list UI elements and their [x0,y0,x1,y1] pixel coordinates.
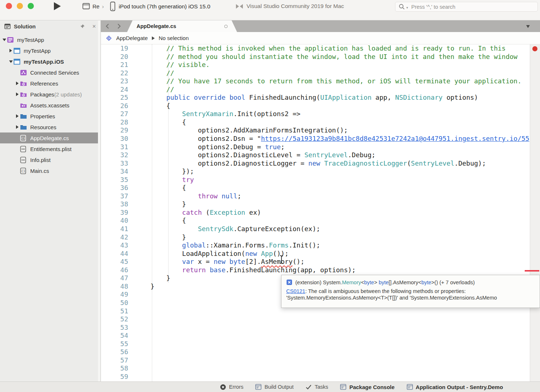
code-line[interactable]: 53 [101,324,540,332]
navigate-back-icon[interactable] [105,23,111,29]
sidebar-item-mytestapp[interactable]: myTestApp [0,34,98,45]
navigate-forward-icon[interactable] [115,23,122,29]
device-selector[interactable]: iPod touch (7th generation) iOS 15.0 [110,1,210,11]
code-line-content: { [135,102,170,110]
code-line[interactable]: 46 return base.FinishedLaunching(app, op… [101,266,540,274]
code-line[interactable]: 22 // [101,69,540,78]
disclosure-closed-icon[interactable] [15,125,20,129]
console-icon [255,384,261,390]
tab-list-dropdown-icon[interactable] [526,25,530,28]
disclosure-closed-icon[interactable] [15,114,20,118]
code-line[interactable]: 25 public override bool FinishedLaunchin… [101,94,540,102]
sidebar-item-mytestapp-ios[interactable]: myTestApp.iOS [0,56,98,67]
code-line[interactable]: 23 // You have 17 seconds to return from… [101,77,540,86]
status-item-build-output[interactable]: Build Output [255,384,293,390]
status-item-application-output-sentry-demo[interactable]: Application Output - Sentry.Demo [407,384,503,390]
sidebar-item-properties[interactable]: Properties [0,111,98,122]
code-editor[interactable]: 19 // This method is invoked when the ap… [101,44,540,381]
code-line[interactable]: 57 [101,356,540,365]
sidebar-item-main-cs[interactable]: {}Main.cs [0,165,98,176]
disclosure-closed-icon[interactable] [8,49,13,52]
close-window-button[interactable] [6,3,12,9]
disclosure-closed-icon[interactable] [15,82,20,85]
code-line[interactable]: 26 { [101,102,540,110]
code-line[interactable]: 27 SentryXamarin.Init(options2 => [101,110,540,118]
breadcrumb-class[interactable]: AppDelegate [116,35,148,41]
sidebar-item-entitlements-plist[interactable]: Entitlements.plist [0,143,98,154]
code-line[interactable]: 59 [101,373,540,381]
code-line[interactable]: 35 try [101,176,540,184]
folder-purple-icon [20,91,27,98]
code-line[interactable]: 52 [101,315,540,324]
sidebar-item-references[interactable]: References [0,78,98,89]
disclosure-open-icon[interactable] [1,39,7,41]
line-number: 19 [101,44,128,53]
code-line-content: global::Xamarin.Forms.Forms.Init(); [135,241,320,250]
sidebar-item-connected-services[interactable]: Connected Services [0,67,98,78]
breadcrumb-selection[interactable]: No selection [159,35,189,41]
code-line[interactable]: 45 var x = new byte[2].AsMemory(); [101,258,540,266]
line-number: 44 [101,250,128,258]
global-search-field[interactable]: ▾ Press '^,' to search [395,2,538,12]
code-lines[interactable]: 19 // This method is invoked when the ap… [101,44,540,381]
sidebar-item-label: Main.cs [30,168,49,174]
editor-scrollbar[interactable] [530,44,540,381]
code-line[interactable]: 29 options2.AddXamarinFormsIntegration()… [101,126,540,135]
code-line[interactable]: 43 global::Xamarin.Forms.Forms.Init(); [101,241,540,250]
disclosure-closed-icon[interactable] [15,92,20,96]
disclosure-open-icon[interactable] [8,60,13,63]
sidebar-item-assets-xcassets[interactable]: Assets.xcassets [0,100,98,111]
pin-pad-icon[interactable] [80,24,85,29]
sidebar-item-packages[interactable]: Packages (2 updates) [0,89,98,100]
code-line[interactable]: 34 }); [101,167,540,176]
tab-appdelegate[interactable]: AppDelegate.cs [127,20,237,32]
code-line[interactable]: 28 { [101,118,540,127]
error-code-link[interactable]: CS0121 [286,288,305,294]
solution-tree: myTestAppmyTestAppmyTestApp.iOSConnected… [0,34,100,176]
search-icon [399,4,405,10]
code-line[interactable]: 37 throw null; [101,192,540,201]
code-line-content: // method you should instantiate the win… [135,53,517,61]
status-item-tasks[interactable]: Tasks [306,384,328,390]
code-line[interactable]: 38 } [101,200,540,209]
cs-icon: {} [20,167,27,174]
sidebar-item-info-plist[interactable]: Info.plist [0,154,98,165]
code-line[interactable]: 39 catch (Exception ex) [101,209,540,217]
code-line[interactable]: 20 // method you should instantiate the … [101,53,540,61]
close-pad-icon[interactable]: ✕ [92,24,96,29]
line-number: 27 [101,110,128,118]
code-line[interactable]: 32 options2.DiagnosticLevel = SentryLeve… [101,151,540,159]
minimize-window-button[interactable] [17,3,23,9]
status-item-errors[interactable]: Errors [220,384,243,390]
code-line[interactable]: 21 // visible. [101,61,540,69]
code-line-content: }); [135,167,194,176]
code-line[interactable]: 36 { [101,184,540,192]
sidebar-item-appdelegate-cs[interactable]: {}AppDelegate.cs [0,132,98,143]
tooltip-error-detail: 'System.MemoryExtensions.AsMemory<T>(T[]… [286,295,535,301]
sidebar-item-resources[interactable]: Resources [0,122,98,132]
code-line[interactable]: 31 options2.Debug = true; [101,143,540,151]
code-line[interactable]: 30 options2.Dsn = "https://5a193123a9b84… [101,135,540,143]
code-line[interactable]: 42 } [101,233,540,242]
error-circle-icon [220,384,226,390]
code-line[interactable]: 19 // This method is invoked when the ap… [101,44,540,53]
run-button[interactable] [54,2,61,10]
configuration-selector[interactable]: Re › [82,3,104,9]
code-line[interactable]: 41 SentrySdk.CaptureException(ex); [101,225,540,233]
code-line[interactable]: 24 // [101,86,540,94]
sidebar-item-mytestapp[interactable]: myTestApp [0,45,98,56]
code-line[interactable]: 33 options2.DiagnosticLogger = new Trace… [101,159,540,168]
status-item-package-console[interactable]: Package Console [340,384,394,390]
code-line-content: try [135,176,194,184]
code-line[interactable]: 44 LoadApplication(new App()); [101,250,540,258]
code-line[interactable]: 56 [101,348,540,356]
code-line[interactable]: 51 [101,307,540,316]
code-line[interactable]: 54 [101,332,540,340]
code-line[interactable]: 58 [101,364,540,373]
unsaved-indicator-icon [224,25,228,28]
code-line[interactable]: 40 { [101,217,540,225]
line-number: 46 [101,266,128,274]
code-line[interactable]: 55 [101,340,540,348]
line-number: 55 [101,340,128,348]
zoom-window-button[interactable] [28,3,34,9]
